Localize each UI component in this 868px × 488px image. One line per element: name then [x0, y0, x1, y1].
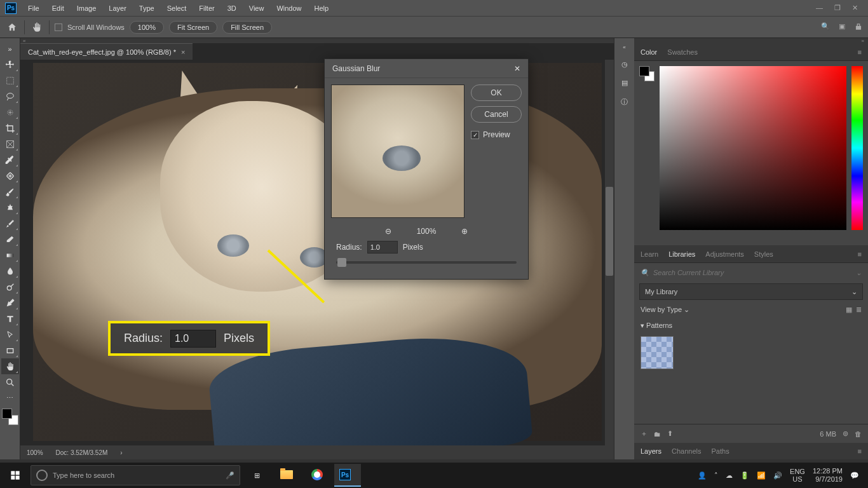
document-tab[interactable]: Cat_with_red-eye_effect.jpg @ 100% (RGB/… — [20, 43, 193, 60]
ok-button[interactable]: OK — [471, 85, 522, 101]
taskbar-photoshop[interactable]: Ps — [334, 464, 361, 487]
search-icon[interactable]: 🔍 — [821, 22, 830, 32]
onedrive-icon[interactable]: ☁ — [726, 471, 733, 480]
library-view-dropdown[interactable]: View by Type ⌄ — [641, 306, 689, 314]
tab-adjustments[interactable]: Adjustments — [705, 250, 744, 258]
collapse-toolbox-icon[interactable]: » — [1, 41, 19, 57]
edit-toolbar-icon[interactable]: ⋯ — [1, 390, 19, 406]
zoom-in-icon[interactable]: ⊕ — [461, 227, 468, 236]
move-tool[interactable] — [1, 57, 19, 72]
menu-3d[interactable]: 3D — [221, 2, 243, 15]
tab-color[interactable]: Color — [641, 48, 657, 56]
menu-view[interactable]: View — [243, 2, 271, 15]
marquee-tool[interactable] — [1, 72, 19, 88]
list-view-icon[interactable]: ≣ — [856, 306, 862, 314]
menu-file[interactable]: File — [22, 2, 46, 15]
scroll-all-checkbox[interactable] — [55, 24, 62, 31]
eyedropper-tool[interactable] — [1, 152, 19, 168]
path-select-tool[interactable] — [1, 327, 19, 342]
pen-tool[interactable] — [1, 295, 19, 311]
menu-image[interactable]: Image — [71, 2, 103, 15]
menu-type[interactable]: Type — [133, 2, 161, 15]
language-indicator[interactable]: ENGUS — [790, 468, 805, 483]
foreground-color-swatch[interactable] — [2, 409, 12, 419]
hand-tool-preset-icon[interactable] — [30, 20, 44, 34]
dialog-close-icon[interactable]: ✕ — [514, 64, 520, 73]
vertical-scrollbar[interactable] — [605, 60, 614, 445]
menu-filter[interactable]: Filter — [193, 2, 220, 15]
healing-tool[interactable] — [1, 168, 19, 184]
menu-select[interactable]: Select — [161, 2, 193, 15]
gradient-tool[interactable] — [1, 247, 19, 263]
history-brush-tool[interactable] — [1, 215, 19, 231]
quick-select-tool[interactable] — [1, 104, 19, 120]
library-section-header[interactable]: ▾ Patterns — [634, 318, 868, 334]
dialog-titlebar[interactable]: Gaussian Blur ✕ — [325, 59, 528, 78]
cancel-button[interactable]: Cancel — [471, 106, 522, 123]
trash-icon[interactable]: 🗑 — [855, 430, 862, 438]
preview-checkbox[interactable]: ✓ — [471, 131, 479, 139]
status-zoom[interactable]: 100% — [27, 449, 43, 456]
radius-input[interactable] — [367, 241, 398, 254]
dodge-tool[interactable] — [1, 279, 19, 295]
tab-libraries[interactable]: Libraries — [668, 250, 695, 258]
close-icon[interactable]: ✕ — [852, 4, 858, 12]
preview-checkbox-row[interactable]: ✓ Preview — [471, 130, 522, 139]
add-folder-icon[interactable]: 🖿 — [654, 430, 661, 438]
taskbar-chrome[interactable] — [304, 464, 330, 487]
collapse-icon[interactable]: « — [23, 38, 25, 43]
zoom-tool[interactable] — [1, 374, 19, 390]
tab-swatches[interactable]: Swatches — [667, 48, 698, 56]
mic-icon[interactable]: 🎤 — [226, 471, 234, 480]
clone-tool[interactable] — [1, 200, 19, 215]
status-chevron-icon[interactable]: › — [120, 449, 122, 456]
arrange-icon[interactable]: ▣ — [839, 22, 845, 32]
tab-channels[interactable]: Channels — [672, 447, 701, 455]
panel-menu-icon[interactable]: ≡ — [858, 48, 862, 56]
frame-tool[interactable] — [1, 136, 19, 152]
library-search[interactable]: 🔍 Search Current Library ⌄ — [634, 263, 868, 282]
zoom-100-button[interactable]: 100% — [130, 21, 164, 34]
pattern-thumbnail[interactable] — [641, 336, 674, 369]
lasso-tool[interactable] — [1, 88, 19, 104]
radius-slider-thumb[interactable] — [337, 258, 346, 267]
hue-slider[interactable] — [851, 66, 863, 230]
menu-edit[interactable]: Edit — [46, 2, 71, 15]
upload-icon[interactable]: ⬆ — [667, 430, 673, 438]
foreground-background-swatch[interactable] — [2, 409, 18, 425]
fill-screen-button[interactable]: Fill Screen — [222, 21, 272, 34]
fit-screen-button[interactable]: Fit Screen — [169, 21, 217, 34]
callout-radius-input[interactable] — [170, 330, 216, 348]
volume-icon[interactable]: 🔊 — [773, 471, 782, 480]
minimize-icon[interactable]: — — [816, 4, 823, 12]
share-icon[interactable] — [854, 22, 863, 32]
saturation-box[interactable] — [660, 66, 846, 230]
add-content-icon[interactable]: ＋ — [641, 429, 648, 438]
properties-panel-icon[interactable]: ▤ — [621, 79, 628, 87]
taskbar-explorer[interactable] — [273, 464, 300, 487]
menu-layer[interactable]: Layer — [102, 2, 133, 15]
task-view-icon[interactable]: ⊞ — [244, 464, 269, 487]
dialog-preview-image[interactable] — [331, 85, 465, 218]
eraser-tool[interactable] — [1, 231, 19, 247]
collapse-icon[interactable]: » — [634, 38, 868, 43]
start-button[interactable] — [4, 464, 27, 487]
notifications-icon[interactable]: 💬 — [850, 471, 859, 480]
collapse-panels-icon[interactable]: « — [623, 44, 625, 50]
menu-help[interactable]: Help — [308, 2, 336, 15]
history-panel-icon[interactable]: ◷ — [621, 60, 628, 69]
tab-learn[interactable]: Learn — [641, 250, 658, 258]
color-swatch-mini[interactable] — [639, 66, 654, 81]
chevron-down-icon[interactable]: ⌄ — [856, 269, 862, 277]
maximize-icon[interactable]: ❐ — [834, 4, 841, 12]
rectangle-tool[interactable] — [1, 342, 19, 358]
people-icon[interactable]: 👤 — [698, 471, 707, 480]
radius-slider[interactable] — [336, 261, 517, 264]
zoom-out-icon[interactable]: ⊖ — [385, 227, 391, 236]
battery-icon[interactable]: 🔋 — [740, 471, 749, 480]
clock[interactable]: 12:28 PM9/7/2019 — [813, 467, 843, 484]
blur-tool[interactable] — [1, 263, 19, 279]
crop-tool[interactable] — [1, 120, 19, 136]
home-icon[interactable] — [5, 20, 19, 34]
grid-view-icon[interactable]: ▦ — [846, 306, 852, 314]
